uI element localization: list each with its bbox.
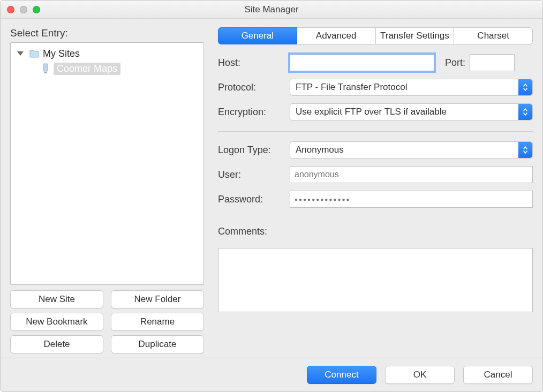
rename-button[interactable]: Rename xyxy=(111,313,204,331)
divider xyxy=(218,131,533,132)
tree-item[interactable]: Coomer Maps xyxy=(13,61,201,76)
new-site-button[interactable]: New Site xyxy=(10,290,103,308)
svg-rect-1 xyxy=(44,72,47,73)
user-label: User: xyxy=(218,169,285,180)
tree-item-label: Coomer Maps xyxy=(54,63,120,75)
comments-label: Comments: xyxy=(218,226,533,237)
host-label: Host: xyxy=(218,57,285,69)
logon-type-value: Anonymous xyxy=(296,145,344,155)
port-label: Port: xyxy=(445,57,465,69)
tab-advanced[interactable]: Advanced xyxy=(297,27,376,44)
encryption-label: Encryption: xyxy=(218,107,285,118)
encryption-select[interactable]: Use explicit FTP over TLS if available xyxy=(290,103,533,120)
window-title: Site Manager xyxy=(1,4,542,15)
chevron-updown-icon xyxy=(518,104,532,120)
tab-general[interactable]: General xyxy=(218,27,297,44)
comments-textarea[interactable] xyxy=(218,248,533,312)
server-icon xyxy=(42,63,50,74)
tree-root[interactable]: My Sites xyxy=(13,46,201,61)
new-folder-button[interactable]: New Folder xyxy=(111,290,204,308)
duplicate-button[interactable]: Duplicate xyxy=(111,335,204,353)
delete-button[interactable]: Delete xyxy=(10,335,103,353)
port-input[interactable] xyxy=(470,54,515,71)
protocol-select[interactable]: FTP - File Transfer Protocol xyxy=(290,79,533,96)
password-label: Password: xyxy=(218,194,285,205)
logon-type-select[interactable]: Anonymous xyxy=(290,141,533,159)
tab-charset[interactable]: Charset xyxy=(454,27,533,44)
tab-bar: General Advanced Transfer Settings Chars… xyxy=(218,27,533,44)
chevron-updown-icon xyxy=(518,142,532,158)
encryption-value: Use explicit FTP over TLS if available xyxy=(296,107,447,117)
folder-icon xyxy=(29,49,40,58)
password-input xyxy=(290,191,533,208)
right-pane: General Advanced Transfer Settings Chars… xyxy=(218,27,533,353)
chevron-updown-icon xyxy=(518,79,532,95)
host-input[interactable] xyxy=(290,54,434,71)
content-area: Select Entry: My Sites Coomer Maps xyxy=(1,19,542,358)
logon-type-label: Logon Type: xyxy=(218,145,285,156)
tab-transfer[interactable]: Transfer Settings xyxy=(376,27,455,44)
select-entry-label: Select Entry: xyxy=(10,27,204,39)
user-input xyxy=(290,166,533,183)
left-button-grid: New Site New Folder New Bookmark Rename … xyxy=(10,290,204,353)
disclosure-triangle-icon[interactable] xyxy=(17,51,24,56)
site-tree[interactable]: My Sites Coomer Maps xyxy=(10,42,204,285)
site-manager-window: Site Manager Select Entry: My Sites Coom xyxy=(0,0,543,392)
left-pane: Select Entry: My Sites Coomer Maps xyxy=(10,27,204,353)
protocol-label: Protocol: xyxy=(218,82,285,93)
svg-rect-0 xyxy=(43,64,48,71)
tree-root-label: My Sites xyxy=(43,48,80,59)
general-form: Host: Port: Protocol: FTP - File Transfe… xyxy=(218,54,533,312)
cancel-button[interactable]: Cancel xyxy=(463,366,533,384)
protocol-value: FTP - File Transfer Protocol xyxy=(296,82,407,93)
ok-button[interactable]: OK xyxy=(385,366,455,384)
titlebar: Site Manager xyxy=(1,1,542,19)
connect-button[interactable]: Connect xyxy=(307,366,376,384)
footer: Connect OK Cancel xyxy=(1,358,542,391)
new-bookmark-button[interactable]: New Bookmark xyxy=(10,313,103,331)
